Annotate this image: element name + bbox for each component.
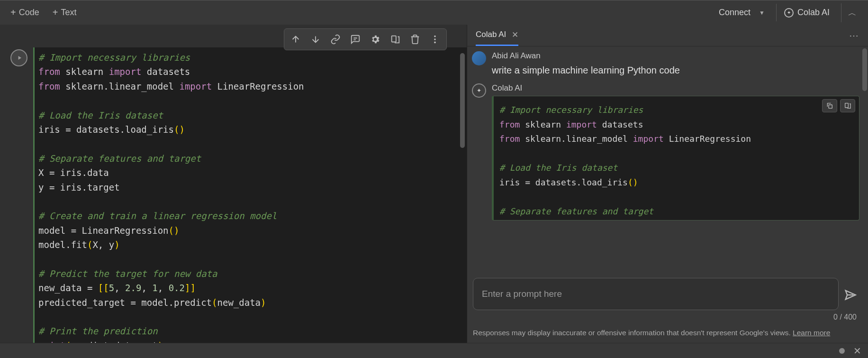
- cell-toolbar: [284, 28, 447, 50]
- bot-avatar: ✦: [472, 83, 486, 98]
- comment-button[interactable]: [346, 31, 365, 48]
- send-button[interactable]: [843, 288, 859, 310]
- colab-ai-label: Colab AI: [797, 8, 830, 18]
- mirror-icon: [390, 34, 400, 45]
- add-text-button[interactable]: + Text: [47, 4, 82, 21]
- user-prompt-text: write a simple machine learning Python c…: [492, 64, 859, 77]
- close-panel-button[interactable]: ✕: [853, 345, 861, 357]
- ai-panel-tab[interactable]: Colab AI ✕: [476, 25, 518, 46]
- close-icon[interactable]: ✕: [512, 30, 518, 40]
- link-icon: [330, 34, 341, 45]
- prompt-input[interactable]: [473, 278, 839, 310]
- char-counter: 0 / 400: [473, 310, 859, 321]
- move-up-button[interactable]: [286, 31, 305, 48]
- caret-down-icon: ▼: [759, 9, 765, 16]
- mirror-button[interactable]: [386, 31, 405, 48]
- code-editor[interactable]: # Import necessary libraries from sklear…: [33, 47, 467, 343]
- ai-icon: ✦: [784, 8, 794, 18]
- add-code-label: Code: [19, 8, 39, 18]
- plus-icon: +: [10, 7, 16, 18]
- settings-button[interactable]: [366, 31, 385, 48]
- user-name: Abid Ali Awan: [492, 51, 859, 61]
- gear-icon: [370, 34, 380, 45]
- more-button[interactable]: [425, 31, 444, 48]
- main-area: # Import necessary libraries from sklear…: [0, 25, 868, 343]
- svg-rect-5: [845, 103, 849, 108]
- svg-rect-4: [829, 105, 832, 108]
- editor-column: # Import necessary libraries from sklear…: [0, 25, 467, 343]
- svg-point-3: [434, 42, 436, 44]
- send-icon: [843, 288, 857, 302]
- status-indicator-icon: [839, 348, 845, 354]
- ai-tab-label: Colab AI: [476, 30, 506, 39]
- copy-icon: [826, 102, 833, 110]
- link-button[interactable]: [326, 31, 345, 48]
- arrow-up-icon: [290, 34, 301, 45]
- user-message: Abid Ali Awan write a simple machine lea…: [472, 51, 859, 77]
- svg-point-1: [434, 36, 436, 37]
- run-cell-button[interactable]: [10, 49, 27, 66]
- insert-code-button[interactable]: [840, 99, 855, 112]
- add-text-label: Text: [61, 8, 76, 18]
- chevron-up-icon: ︿: [848, 8, 857, 18]
- move-down-button[interactable]: [306, 31, 325, 48]
- plus-icon: +: [53, 7, 58, 18]
- ai-scrollbar[interactable]: [862, 48, 867, 271]
- bot-message: ✦ Colab AI # Import necessary librarie: [472, 83, 859, 220]
- comment-icon: [350, 34, 361, 45]
- ai-panel: Colab AI ✕ ⋯ Abid Ali Awan write a simpl…: [467, 25, 868, 343]
- bot-code-content: # Import necessary libraries from sklear…: [499, 103, 853, 219]
- svg-rect-0: [392, 36, 396, 42]
- collapse-button[interactable]: ︿: [841, 3, 863, 22]
- play-icon: [16, 55, 23, 61]
- editor-scrollbar[interactable]: [460, 53, 465, 338]
- user-avatar: [472, 51, 486, 65]
- connect-button[interactable]: Connect ▼: [711, 4, 772, 21]
- delete-button[interactable]: [406, 31, 425, 48]
- bot-name: Colab AI: [492, 83, 859, 93]
- more-vertical-icon: [430, 34, 440, 45]
- learn-more-link[interactable]: Learn more: [793, 329, 830, 337]
- ai-panel-menu-button[interactable]: ⋯: [849, 30, 859, 41]
- disclaimer-text: Responses may display inaccurate or offe…: [467, 325, 868, 343]
- more-horizontal-icon: ⋯: [849, 30, 859, 41]
- svg-point-2: [434, 38, 436, 40]
- bottom-status-bar: ✕: [0, 343, 868, 358]
- colab-ai-button[interactable]: ✦ Colab AI: [776, 4, 837, 21]
- copy-code-button[interactable]: [822, 99, 837, 112]
- top-toolbar: + Code + Text Connect ▼ ✦ Colab AI ︿: [0, 0, 868, 25]
- connect-label: Connect: [719, 8, 750, 18]
- insert-icon: [844, 102, 851, 110]
- bot-code-card: # Import necessary libraries from sklear…: [492, 96, 859, 220]
- ai-chat-area: Abid Ali Awan write a simple machine lea…: [467, 46, 868, 273]
- code-content: # Import necessary libraries from sklear…: [35, 50, 467, 343]
- add-code-button[interactable]: + Code: [5, 4, 45, 21]
- ai-input-area: 0 / 400: [467, 273, 868, 325]
- ai-panel-header: Colab AI ✕ ⋯: [467, 25, 868, 46]
- arrow-down-icon: [310, 34, 321, 45]
- code-cell: # Import necessary libraries from sklear…: [5, 47, 467, 343]
- trash-icon: [410, 34, 420, 45]
